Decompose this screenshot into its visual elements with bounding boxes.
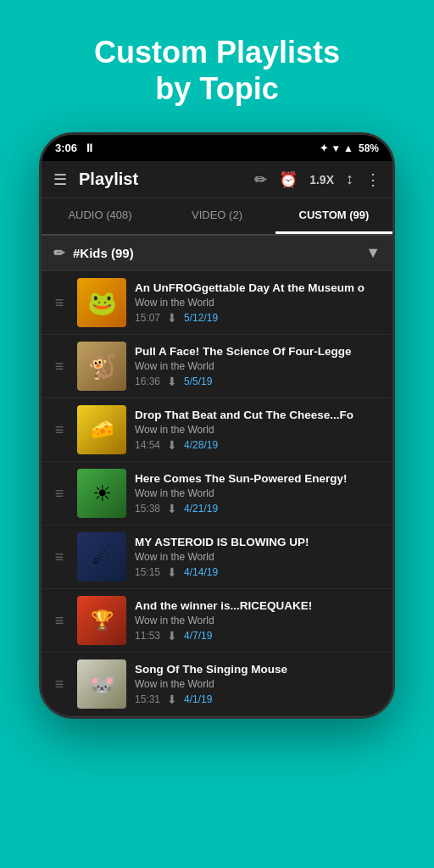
drag-handle-icon: ≡ — [50, 485, 69, 503]
bluetooth-icon: ✦ — [320, 142, 328, 154]
song-meta: 15:07 ⬇ 5/12/19 — [135, 311, 384, 325]
song-thumbnail: 🐭 — [77, 659, 126, 709]
thumb-emoji: 🐒 — [87, 353, 117, 381]
song-list: ≡ 🐸 An UnFROGgettable Day At the Museum … — [42, 271, 392, 716]
hero-line1: Custom Playlists — [94, 35, 340, 70]
dropdown-arrow-icon[interactable]: ▼ — [365, 244, 381, 262]
playlist-header[interactable]: ✏ #Kids (99) ▼ — [42, 236, 392, 271]
playlist-header-left: ✏ #Kids (99) — [53, 245, 134, 261]
song-podcast: Wow in the World — [135, 360, 384, 372]
download-icon[interactable]: ⬇ — [167, 565, 177, 579]
alarm-icon[interactable]: ⏰ — [279, 170, 298, 189]
song-thumbnail: ☄ — [77, 532, 126, 581]
list-item[interactable]: ≡ 🏆 And the winner is...RICEQUAKE! Wow i… — [42, 589, 392, 653]
song-date: 5/5/19 — [184, 376, 212, 387]
speed-button[interactable]: 1.9X — [309, 173, 334, 186]
drag-handle-icon: ≡ — [50, 612, 69, 630]
time-display: 3:06 — [55, 142, 77, 154]
drag-handle-icon: ≡ — [50, 358, 69, 376]
song-title: Drop That Beat and Cut The Cheese...Fo — [135, 409, 384, 421]
song-thumbnail: 🐒 — [77, 342, 126, 391]
song-info: Pull A Face! The Science Of Four-Legge W… — [135, 345, 384, 388]
list-item[interactable]: ≡ 🐒 Pull A Face! The Science Of Four-Leg… — [42, 335, 392, 398]
list-item[interactable]: ≡ ☄ MY ASTEROID IS BLOWING UP! Wow in th… — [42, 526, 392, 589]
battery-display: 58% — [359, 142, 379, 154]
song-info: Song Of The Singing Mouse Wow in the Wor… — [135, 663, 384, 706]
song-duration: 15:15 — [135, 566, 160, 578]
download-icon[interactable]: ⬇ — [167, 311, 177, 325]
tab-video[interactable]: VIDEO (2) — [159, 198, 275, 234]
sort-icon[interactable]: ↕ — [346, 170, 353, 188]
song-info: MY ASTEROID IS BLOWING UP! Wow in the Wo… — [135, 536, 384, 579]
hero-section: Custom Playlists by Topic — [77, 0, 357, 132]
song-duration: 11:53 — [135, 630, 160, 642]
song-date: 5/12/19 — [184, 312, 218, 324]
song-thumbnail: 🧀 — [77, 405, 126, 454]
thumb-emoji: 🧀 — [91, 419, 114, 441]
signal-icon: ▲ — [343, 142, 353, 154]
status-bar: 3:06 ⏸ ✦ ▾ ▲ 58% — [42, 135, 392, 161]
song-podcast: Wow in the World — [135, 678, 384, 690]
song-podcast: Wow in the World — [135, 424, 384, 436]
song-info: And the winner is...RICEQUAKE! Wow in th… — [135, 599, 384, 643]
song-thumbnail: ☀ — [77, 469, 126, 518]
song-title: Here Comes The Sun-Powered Energy! — [135, 472, 384, 485]
list-item[interactable]: ≡ ☀ Here Comes The Sun-Powered Energy! W… — [42, 462, 392, 526]
song-podcast: Wow in the World — [135, 551, 384, 563]
drag-handle-icon: ≡ — [50, 548, 69, 566]
pause-icon: ⏸ — [84, 142, 95, 154]
song-podcast: Wow in the World — [135, 487, 384, 499]
song-meta: 15:15 ⬇ 4/14/19 — [135, 565, 384, 579]
song-podcast: Wow in the World — [135, 615, 384, 626]
song-duration: 15:38 — [135, 503, 160, 515]
app-bar: ☰ Playlist ✏ ⏰ 1.9X ↕ ⋮ — [42, 161, 392, 198]
song-meta: 14:54 ⬇ 4/28/19 — [135, 438, 384, 452]
app-title: Playlist — [79, 170, 242, 189]
song-date: 4/1/19 — [184, 693, 212, 705]
thumb-emoji: 🏆 — [91, 609, 114, 632]
more-icon[interactable]: ⋮ — [365, 170, 381, 189]
thumb-emoji: 🐸 — [87, 289, 117, 317]
menu-icon[interactable]: ☰ — [53, 170, 67, 189]
song-meta: 16:36 ⬇ 5/5/19 — [135, 375, 384, 388]
drag-handle-icon: ≡ — [50, 676, 69, 693]
hero-line2: by Topic — [155, 71, 278, 106]
status-left: 3:06 ⏸ — [55, 142, 95, 154]
tab-audio[interactable]: AUDIO (408) — [42, 198, 159, 234]
tabs-bar: AUDIO (408) VIDEO (2) CUSTOM (99) — [42, 198, 392, 236]
download-icon[interactable]: ⬇ — [167, 502, 177, 515]
song-title: Song Of The Singing Mouse — [135, 663, 384, 676]
song-info: Drop That Beat and Cut The Cheese...Fo W… — [135, 409, 384, 452]
download-icon[interactable]: ⬇ — [167, 693, 177, 706]
song-meta: 15:31 ⬇ 4/1/19 — [135, 693, 384, 706]
drag-handle-icon: ≡ — [50, 421, 69, 439]
edit-icon[interactable]: ✏ — [254, 170, 267, 189]
thumb-emoji: ☄ — [92, 545, 111, 569]
song-duration: 15:31 — [135, 693, 160, 705]
download-icon[interactable]: ⬇ — [167, 375, 177, 388]
wifi-icon: ▾ — [333, 142, 338, 154]
playlist-edit-icon: ✏ — [53, 245, 64, 261]
song-date: 4/28/19 — [184, 439, 218, 451]
list-item[interactable]: ≡ 🧀 Drop That Beat and Cut The Cheese...… — [42, 398, 392, 462]
song-info: An UnFROGgettable Day At the Museum o Wo… — [135, 281, 384, 325]
song-title: Pull A Face! The Science Of Four-Legge — [135, 345, 384, 358]
download-icon[interactable]: ⬇ — [167, 629, 177, 643]
song-podcast: Wow in the World — [135, 297, 384, 309]
download-icon[interactable]: ⬇ — [167, 438, 177, 452]
thumb-emoji: ☀ — [92, 481, 112, 507]
hero-text: Custom Playlists by Topic — [77, 0, 357, 132]
song-duration: 16:36 — [135, 376, 160, 387]
song-meta: 11:53 ⬇ 4/7/19 — [135, 629, 384, 643]
song-date: 4/7/19 — [184, 630, 212, 642]
song-title: An UnFROGgettable Day At the Museum o — [135, 281, 384, 294]
drag-handle-icon: ≡ — [50, 294, 69, 312]
tab-custom[interactable]: CUSTOM (99) — [275, 198, 392, 234]
list-item[interactable]: ≡ 🐸 An UnFROGgettable Day At the Museum … — [42, 271, 392, 335]
thumb-emoji: 🐭 — [88, 671, 115, 698]
song-title: MY ASTEROID IS BLOWING UP! — [135, 536, 384, 548]
list-item[interactable]: ≡ 🐭 Song Of The Singing Mouse Wow in the… — [42, 653, 392, 716]
status-right: ✦ ▾ ▲ 58% — [320, 142, 379, 154]
song-date: 4/14/19 — [184, 566, 218, 578]
playlist-name: #Kids (99) — [73, 246, 134, 260]
